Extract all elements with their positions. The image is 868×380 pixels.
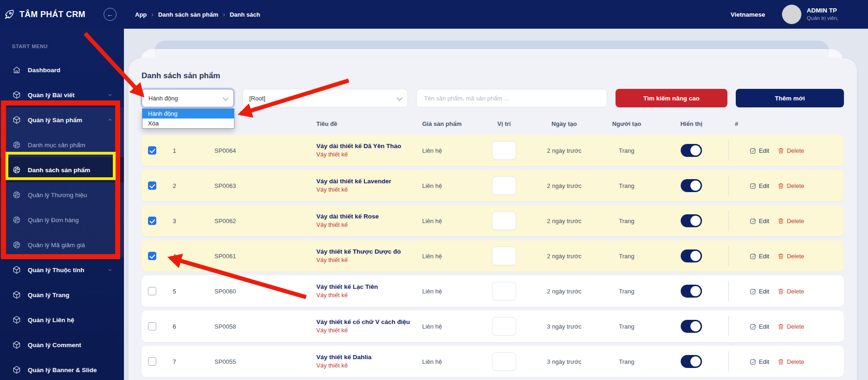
delete-button[interactable]: Delete (777, 253, 804, 260)
product-title[interactable]: Váy thiết kế Thược Dược đỏ (316, 247, 409, 256)
aperture-icon (12, 140, 21, 150)
sidebar-item-dashboard[interactable]: Dashboard (0, 57, 124, 82)
product-category[interactable]: Váy thiết kế (316, 221, 409, 230)
product-category[interactable]: Váy thiết kế (316, 150, 409, 159)
delete-button[interactable]: Delete (777, 218, 804, 224)
edit-button[interactable]: Edit (750, 288, 769, 295)
sidebar-item-don-hang[interactable]: Quản lý Đơn hàng (0, 207, 124, 232)
product-category[interactable]: Váy thiết kế (316, 361, 409, 370)
column-header-creator[interactable]: Người tạo (599, 120, 654, 127)
category-select[interactable]: [Root] (242, 89, 408, 107)
column-header-created[interactable]: Ngày tạo (529, 120, 599, 127)
breadcrumb-item[interactable]: Danh sách (230, 11, 260, 18)
cube-icon (12, 115, 21, 125)
position-input[interactable] (492, 176, 516, 195)
user-menu[interactable]: ADMIN TP Quản trị viên, (782, 5, 838, 24)
advanced-search-button[interactable]: Tìm kiếm nâng cao (616, 89, 727, 107)
dropdown-option-hanh-dong[interactable]: Hành động (142, 109, 234, 118)
row-checkbox[interactable] (148, 287, 156, 295)
edit-button[interactable]: Edit (750, 323, 769, 330)
action-select[interactable]: Hành động Hành động Xóa (142, 89, 234, 107)
column-header-position[interactable]: Vị trí (479, 120, 529, 127)
visibility-toggle[interactable] (681, 144, 702, 157)
sidebar-item-san-pham[interactable]: Quản lý Sản phẩm (0, 107, 124, 132)
column-header-visible[interactable]: Hiển thị (654, 120, 728, 127)
product-title[interactable]: Váy thiết kế Dahlia (316, 353, 409, 362)
sidebar-item-thuoc-tinh[interactable]: Quản lý Thuộc tính (0, 257, 124, 282)
row-checkbox[interactable] (148, 217, 156, 225)
sidebar-item-trang[interactable]: Quản lý Trang (0, 282, 124, 307)
language-selector[interactable]: Vietnamese (731, 11, 765, 18)
visibility-toggle[interactable] (681, 320, 702, 333)
sidebar-item-bai-viet[interactable]: Quản lý Bài viết (0, 82, 124, 107)
position-input[interactable] (492, 317, 516, 336)
aperture-icon (12, 190, 21, 199)
product-category[interactable]: Váy thiết kế (316, 186, 409, 194)
product-title[interactable]: Váy dài thiết kế Rose (316, 212, 409, 221)
product-price: Liên hệ (409, 358, 479, 365)
edit-icon (750, 253, 757, 260)
rocket-logo-icon (4, 9, 15, 20)
row-checkbox[interactable] (148, 146, 156, 155)
sidebar-item-ma-giam-gia[interactable]: Quản lý Mã giảm giá (0, 232, 124, 257)
position-input[interactable] (492, 247, 516, 265)
visibility-toggle[interactable] (681, 249, 702, 262)
edit-button[interactable]: Edit (750, 218, 769, 224)
visibility-toggle[interactable] (681, 214, 702, 227)
app-title: TÂM PHÁT CRM (19, 10, 86, 19)
main-content: Danh sách sản phẩm Hành động Hành động X… (124, 29, 868, 380)
product-title[interactable]: Váy dài thiết kế Dã Yên Thảo (316, 142, 409, 151)
position-input[interactable] (492, 352, 516, 371)
dropdown-option-xoa[interactable]: Xóa (142, 118, 234, 128)
visibility-toggle[interactable] (681, 179, 702, 192)
edit-button[interactable]: Edit (750, 253, 769, 260)
edit-button[interactable]: Edit (750, 358, 769, 365)
row-checkbox[interactable] (148, 181, 156, 190)
position-input[interactable] (492, 141, 516, 160)
row-checkbox[interactable] (148, 252, 156, 260)
product-title[interactable]: Váy thiết kế Lạc Tiên (316, 282, 409, 292)
product-title[interactable]: Váy dài thiết kế Lavender (316, 177, 409, 186)
creator: Trang (599, 288, 654, 295)
product-title[interactable]: Váy thiết kế cổ chữ V cách điệu (316, 318, 409, 327)
sidebar-item-danh-sach-san-pham[interactable]: Danh sách sản phẩm (0, 157, 124, 182)
breadcrumb: App › Danh sách sản phẩm › Danh sách (135, 11, 260, 18)
sidebar-item-thuong-hieu[interactable]: Quản lý Thương hiệu (0, 182, 124, 207)
delete-button[interactable]: Delete (777, 182, 804, 189)
sidebar-item-lien-he[interactable]: Quản lý Liên hệ (0, 307, 124, 332)
sidebar-collapse-button[interactable]: ← (104, 8, 117, 21)
breadcrumb-item[interactable]: Danh sách sản phẩm (158, 11, 218, 18)
edit-button[interactable]: Edit (750, 182, 769, 189)
delete-button[interactable]: Delete (777, 288, 804, 295)
sidebar-item-danh-muc-san-pham[interactable]: Danh mục sản phẩm (0, 132, 124, 157)
search-input[interactable] (416, 89, 607, 107)
avatar[interactable] (782, 5, 801, 24)
chevron-down-icon (397, 94, 403, 100)
delete-button[interactable]: Delete (777, 323, 804, 330)
edit-icon (750, 182, 757, 189)
edit-button[interactable]: Edit (750, 147, 769, 154)
visibility-toggle[interactable] (681, 355, 702, 368)
table-header: Tiêu đề Giá sản phẩm Vị trí Ngày tạo Ngư… (142, 117, 844, 133)
position-input[interactable] (492, 282, 516, 300)
breadcrumb-item[interactable]: App (135, 11, 147, 18)
sidebar-section-label: START MENU (12, 44, 124, 49)
product-category[interactable]: Váy thiết kế (316, 291, 409, 300)
sidebar-item-banner-slide[interactable]: Quản lý Banner & Slide (0, 357, 124, 380)
sidebar-item-comment[interactable]: Quản lý Comment (0, 332, 124, 357)
delete-button[interactable]: Delete (777, 147, 804, 154)
row-checkbox[interactable] (148, 322, 156, 330)
add-new-button[interactable]: Thêm mới (736, 89, 844, 107)
edit-icon (750, 323, 757, 330)
position-input[interactable] (492, 212, 516, 230)
row-checkbox[interactable] (148, 357, 156, 366)
product-category[interactable]: Váy thiết kế (316, 256, 409, 265)
column-header-title[interactable]: Tiêu đề (265, 120, 409, 127)
product-code: SP0062 (186, 218, 265, 224)
delete-button[interactable]: Delete (777, 358, 804, 365)
column-header-price[interactable]: Giá sản phẩm (409, 120, 479, 127)
cube-icon (12, 340, 21, 349)
visibility-toggle[interactable] (681, 285, 702, 298)
row-index: 4 (163, 253, 186, 260)
product-category[interactable]: Váy thiết kế (316, 326, 409, 335)
